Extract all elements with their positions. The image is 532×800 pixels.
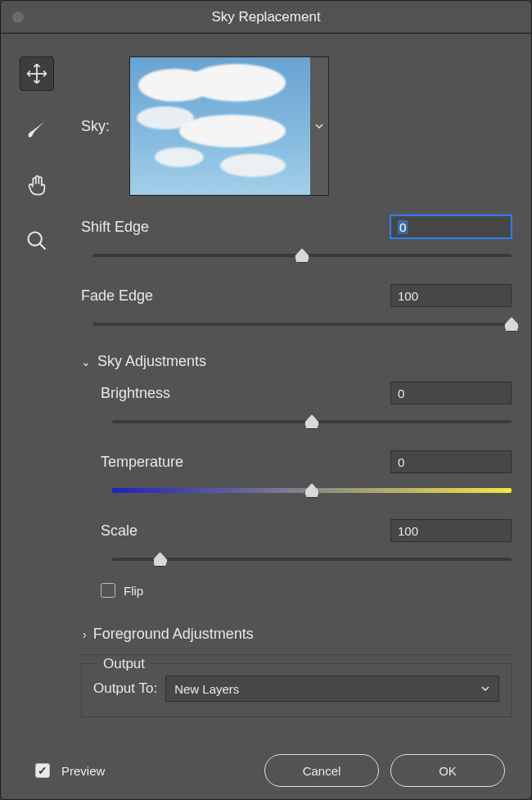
sky-adjustments-title: Sky Adjustments <box>97 353 206 370</box>
chevron-down-icon <box>480 684 490 694</box>
flip-row: Flip <box>101 583 512 598</box>
output-to-select[interactable]: New Layers <box>165 676 499 702</box>
temperature-row: Temperature 0 <box>101 450 512 473</box>
brightness-value: 0 <box>398 386 404 400</box>
shift-edge-row: Shift Edge 0 <box>81 215 512 238</box>
dialog-footer: Preview Cancel OK <box>1 742 531 799</box>
brightness-field[interactable]: 0 <box>390 382 512 405</box>
sky-preset-picker[interactable] <box>129 56 329 196</box>
sky-dropdown-handle[interactable] <box>310 57 328 195</box>
fade-edge-field[interactable]: 100 <box>390 284 512 307</box>
shift-edge-value: 0 <box>398 220 408 234</box>
move-tool[interactable] <box>20 56 54 91</box>
temperature-slider[interactable] <box>112 485 512 496</box>
window-control-dot[interactable] <box>12 11 24 23</box>
window-title: Sky Replacement <box>211 9 320 25</box>
preview-checkbox[interactable] <box>35 763 50 778</box>
dialog-body: Sky: <box>1 34 531 799</box>
flip-checkbox[interactable] <box>101 583 115 598</box>
output-section: Output Output To: New Layers <box>81 663 512 717</box>
zoom-tool[interactable] <box>20 224 54 258</box>
foreground-adjustments-title: Foreground Adjustments <box>93 626 254 643</box>
shift-edge-label: Shift Edge <box>81 219 149 236</box>
output-legend: Output <box>97 656 151 672</box>
brush-icon <box>25 118 48 141</box>
flip-label: Flip <box>124 584 143 598</box>
brush-tool[interactable] <box>20 112 54 147</box>
svg-point-0 <box>29 233 42 246</box>
temperature-value: 0 <box>398 455 404 469</box>
main-area: Sky: <box>1 34 531 742</box>
fade-edge-label: Fade Edge <box>81 287 153 305</box>
fade-edge-value: 100 <box>398 289 418 303</box>
sky-picker-row: Sky: <box>81 56 512 196</box>
chevron-down-icon: ⌄ <box>81 355 91 368</box>
divider <box>81 654 512 655</box>
scale-slider[interactable] <box>112 554 512 565</box>
brightness-label: Brightness <box>101 385 170 402</box>
output-to-value: New Layers <box>174 682 239 696</box>
fade-edge-row: Fade Edge 100 <box>81 284 512 307</box>
scale-field[interactable]: 100 <box>390 519 512 542</box>
temperature-label: Temperature <box>101 454 183 471</box>
scale-label: Scale <box>101 522 138 540</box>
move-icon <box>25 62 48 85</box>
chevron-right-icon: › <box>83 628 87 641</box>
controls-panel: Sky: <box>73 34 531 742</box>
sky-adjustments-body: Brightness 0 Temperature 0 <box>81 382 512 598</box>
titlebar[interactable]: Sky Replacement <box>1 1 531 34</box>
preview-label: Preview <box>61 764 105 778</box>
output-to-label: Output To: <box>93 680 157 697</box>
foreground-adjustments-toggle[interactable]: › Foreground Adjustments <box>83 626 512 643</box>
sky-replacement-dialog: Sky Replacement <box>0 0 532 800</box>
scale-value: 100 <box>398 524 418 538</box>
magnifier-icon <box>25 229 48 252</box>
chevron-down-icon <box>314 121 324 131</box>
hand-tool[interactable] <box>20 168 54 202</box>
temperature-field[interactable]: 0 <box>390 450 512 473</box>
shift-edge-slider[interactable] <box>92 250 512 261</box>
shift-edge-field[interactable]: 0 <box>390 215 512 238</box>
ok-button[interactable]: OK <box>390 754 505 787</box>
tool-column <box>1 34 73 742</box>
cancel-button[interactable]: Cancel <box>264 754 379 787</box>
sky-thumbnail <box>130 57 310 195</box>
hand-icon <box>25 174 48 197</box>
svg-line-1 <box>40 244 46 250</box>
scale-row: Scale 100 <box>101 519 512 542</box>
sky-label: Sky: <box>81 118 110 135</box>
fade-edge-slider[interactable] <box>92 319 512 330</box>
brightness-slider[interactable] <box>112 416 512 427</box>
brightness-row: Brightness 0 <box>101 382 512 405</box>
sky-adjustments-toggle[interactable]: ⌄ Sky Adjustments <box>81 353 512 370</box>
